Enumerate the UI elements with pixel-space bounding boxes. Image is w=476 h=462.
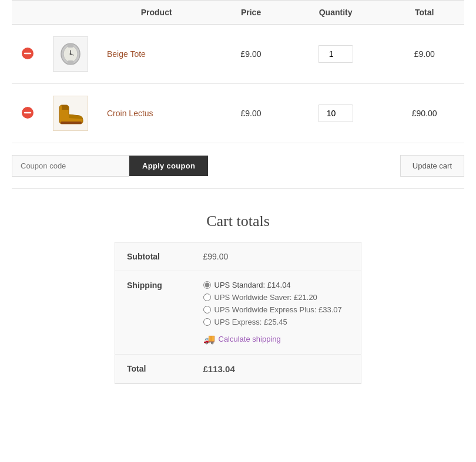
shipping-radio[interactable] (203, 294, 211, 301)
calc-shipping-text: Calculate shipping (219, 335, 281, 343)
remove-item-button[interactable] (21, 106, 34, 119)
shipping-row: Shipping UPS Standard: £14.04 UPS Worldw… (115, 271, 361, 355)
subtotal-value: £99.00 (192, 242, 361, 271)
cart-totals-title: Cart totals (115, 213, 361, 230)
product-price: £9.00 (215, 25, 286, 84)
truck-icon: 🚚 (203, 333, 215, 345)
shipping-option: UPS Standard: £14.04 (203, 281, 350, 289)
svg-rect-5 (68, 60, 73, 65)
table-row: Beige Tote£9.00£9.00 (12, 25, 464, 84)
remove-item-button[interactable] (21, 47, 34, 60)
calculate-shipping-link[interactable]: 🚚 Calculate shipping (203, 333, 350, 345)
svg-rect-11 (61, 122, 82, 124)
watch-svg (55, 39, 86, 69)
product-name-link[interactable]: Croin Lectus (107, 109, 153, 118)
boot-svg (53, 100, 88, 126)
svg-rect-4 (68, 43, 73, 48)
shipping-option-label: UPS Worldwide Saver: £21.20 (214, 293, 317, 302)
total-value: £113.04 (192, 355, 361, 384)
coupon-row: Apply coupon Update cart (12, 143, 464, 189)
shipping-option: UPS Worldwide Saver: £21.20 (203, 293, 350, 302)
product-col-header: Product (98, 1, 215, 25)
product-price: £9.00 (215, 84, 286, 143)
coupon-left: Apply coupon (12, 155, 208, 177)
total-label: Total (115, 355, 192, 384)
product-thumbnail (53, 96, 88, 131)
svg-point-8 (70, 53, 72, 55)
shipping-option-label: UPS Express: £25.45 (214, 318, 287, 326)
subtotal-row: Subtotal £99.00 (115, 242, 361, 271)
quantity-col-header: Quantity (287, 1, 385, 25)
apply-coupon-button[interactable]: Apply coupon (129, 156, 208, 176)
shipping-option: UPS Worldwide Express Plus: £33.07 (203, 305, 350, 314)
table-row: Croin Lectus£9.00£90.00 (12, 84, 464, 143)
quantity-input[interactable] (318, 45, 353, 63)
shipping-options-list: UPS Standard: £14.04 UPS Worldwide Saver… (203, 281, 350, 326)
remove-icon (21, 106, 34, 119)
shipping-option-label: UPS Worldwide Express Plus: £33.07 (214, 305, 342, 314)
remove-col-header (12, 1, 43, 25)
shipping-radio[interactable] (203, 281, 211, 289)
total-row: Total £113.04 (115, 355, 361, 384)
remove-icon (21, 47, 34, 60)
product-total: £90.00 (384, 84, 464, 143)
thumb-col-header (43, 1, 98, 25)
cart-totals-section: Cart totals Subtotal £99.00 Shipping UPS… (115, 213, 361, 384)
shipping-option-label: UPS Standard: £14.04 (214, 281, 291, 289)
coupon-input[interactable] (12, 155, 129, 177)
shipping-label: Shipping (115, 271, 192, 355)
product-name-link[interactable]: Beige Tote (107, 49, 146, 59)
shipping-radio[interactable] (203, 306, 211, 313)
product-total: £9.00 (384, 25, 464, 84)
cart-table: Product Price Quantity Total (12, 0, 464, 143)
product-thumbnail (53, 36, 88, 72)
quantity-input[interactable] (318, 104, 353, 122)
price-col-header: Price (215, 1, 286, 25)
shipping-option: UPS Express: £25.45 (203, 318, 350, 326)
subtotal-label: Subtotal (115, 242, 192, 271)
totals-table: Subtotal £99.00 Shipping UPS Standard: £… (115, 242, 361, 384)
shipping-radio[interactable] (203, 318, 211, 326)
shipping-options-cell: UPS Standard: £14.04 UPS Worldwide Saver… (192, 271, 361, 355)
update-cart-button[interactable]: Update cart (400, 155, 464, 177)
total-col-header: Total (384, 1, 464, 25)
